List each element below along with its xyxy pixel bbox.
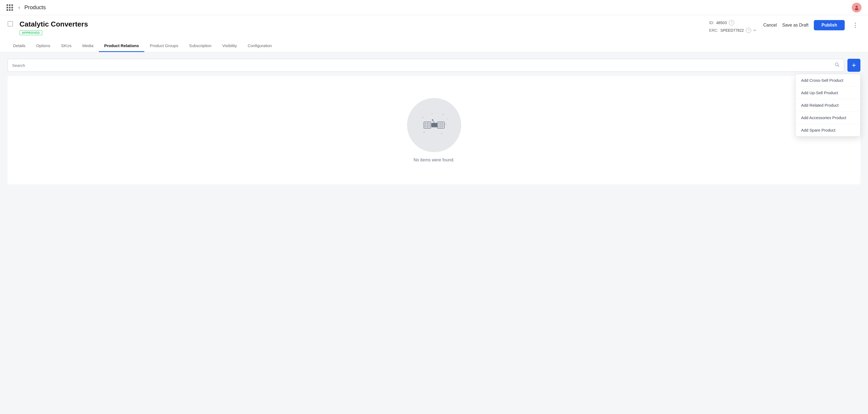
add-related-item[interactable]: Add Related Product bbox=[796, 99, 860, 112]
cancel-button[interactable]: Cancel bbox=[763, 23, 777, 28]
search-wrapper bbox=[8, 59, 844, 72]
erc-help-icon[interactable]: ? bbox=[746, 28, 751, 33]
add-cross-sell-item[interactable]: Add Cross-Sell Product bbox=[796, 74, 860, 87]
product-meta: ID: 48503 ? ERC: SPEED77822 ? ✏ bbox=[709, 20, 757, 33]
tab-product-relations[interactable]: Product Relations bbox=[99, 40, 144, 52]
svg-text:+: + bbox=[422, 116, 424, 119]
tab-media[interactable]: Media bbox=[77, 40, 99, 52]
add-spare-item[interactable]: Add Spare Product bbox=[796, 124, 860, 136]
tabs: Details Options SKUs Media Product Relat… bbox=[8, 40, 860, 52]
satellite-illustration: + + + + + + + bbox=[407, 98, 461, 152]
id-label: ID: bbox=[709, 21, 714, 25]
svg-text:+: + bbox=[441, 132, 442, 135]
save-draft-button[interactable]: Save as Draft bbox=[782, 23, 808, 28]
avatar[interactable] bbox=[852, 3, 862, 12]
add-btn-wrapper: + Add Cross-Sell Product Add Up-Sell Pro… bbox=[847, 59, 860, 72]
pencil-icon[interactable]: ✏ bbox=[753, 28, 757, 32]
main-content: + Add Cross-Sell Product Add Up-Sell Pro… bbox=[0, 52, 868, 414]
search-icon bbox=[835, 62, 840, 68]
approved-badge: APPROVED bbox=[20, 30, 42, 35]
erc-label: ERC: bbox=[709, 28, 718, 32]
erc-value: SPEED77822 bbox=[720, 28, 744, 32]
product-header: Catalytic Converters APPROVED ID: 48503 … bbox=[0, 15, 868, 52]
svg-text:+: + bbox=[431, 113, 433, 115]
svg-rect-11 bbox=[431, 123, 437, 127]
svg-point-1 bbox=[855, 8, 859, 10]
product-checkbox[interactable] bbox=[8, 21, 13, 27]
svg-text:+: + bbox=[446, 118, 448, 120]
top-nav: ‹ Products bbox=[0, 0, 868, 15]
publish-button[interactable]: Publish bbox=[814, 20, 845, 30]
product-name: Catalytic Converters bbox=[20, 20, 698, 28]
svg-text:+: + bbox=[442, 113, 444, 116]
empty-message: No items were found. bbox=[413, 158, 455, 162]
more-options-button[interactable]: ⋮ bbox=[850, 21, 860, 30]
grid-icon[interactable] bbox=[6, 4, 13, 11]
tab-subscription[interactable]: Subscription bbox=[184, 40, 217, 52]
back-button[interactable]: ‹ bbox=[17, 3, 21, 11]
tab-skus[interactable]: SKUs bbox=[56, 40, 77, 52]
id-value: 48503 bbox=[716, 21, 727, 25]
svg-point-29 bbox=[432, 119, 433, 121]
add-up-sell-item[interactable]: Add Up-Sell Product bbox=[796, 87, 860, 99]
page-title: Products bbox=[24, 4, 46, 10]
svg-point-0 bbox=[856, 6, 858, 8]
tab-visibility[interactable]: Visibility bbox=[217, 40, 242, 52]
empty-state-card: + + + + + + + bbox=[8, 76, 860, 184]
tab-options[interactable]: Options bbox=[31, 40, 56, 52]
search-input[interactable] bbox=[12, 63, 835, 68]
id-help-icon[interactable]: ? bbox=[729, 20, 734, 26]
add-accessories-item[interactable]: Add Accessories Product bbox=[796, 112, 860, 124]
svg-text:+: + bbox=[445, 123, 446, 126]
tab-product-groups[interactable]: Product Groups bbox=[144, 40, 184, 52]
svg-line-28 bbox=[433, 120, 434, 123]
add-dropdown-menu: Add Cross-Sell Product Add Up-Sell Produ… bbox=[796, 74, 860, 136]
svg-text:+: + bbox=[423, 131, 425, 134]
tab-details[interactable]: Details bbox=[8, 40, 31, 52]
add-button[interactable]: + bbox=[847, 59, 860, 72]
tab-configuration[interactable]: Configuration bbox=[242, 40, 277, 52]
svg-line-3 bbox=[838, 65, 839, 67]
